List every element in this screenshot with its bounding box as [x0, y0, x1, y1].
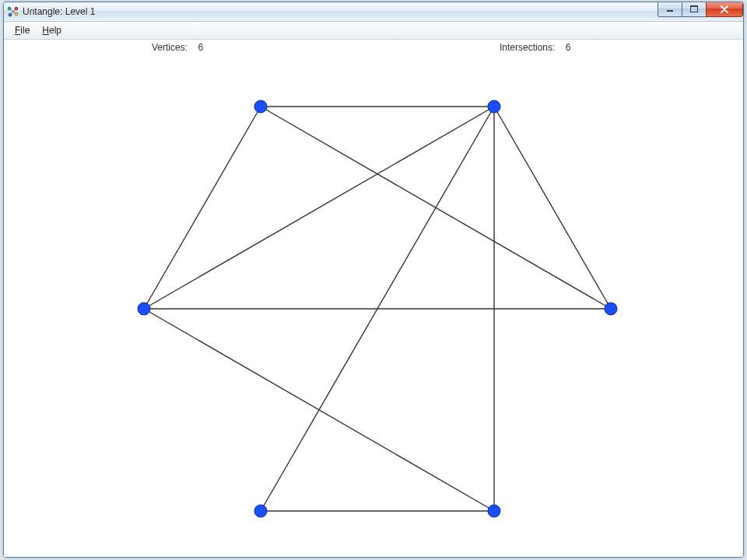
svg-rect-8 [690, 5, 698, 7]
vertex[interactable] [254, 505, 267, 517]
vertex[interactable] [488, 100, 500, 113]
menu-file-rest: ile [20, 25, 30, 36]
close-icon [720, 5, 729, 13]
titlebar[interactable]: Untangle: Level 1 [4, 2, 743, 22]
graph-canvas[interactable] [4, 40, 743, 557]
close-button[interactable] [706, 2, 743, 17]
window-title: Untangle: Level 1 [23, 6, 95, 17]
svg-rect-6 [667, 10, 673, 12]
vertex[interactable] [605, 303, 617, 315]
window-controls [658, 2, 743, 17]
minimize-icon [666, 6, 674, 12]
vertex[interactable] [254, 100, 267, 113]
edge [144, 107, 261, 309]
maximize-button[interactable] [682, 2, 707, 17]
svg-point-3 [15, 7, 18, 10]
canvas-area[interactable]: Vertices: 6 Intersections: 6 [4, 40, 743, 557]
app-icon [7, 5, 19, 18]
menu-file[interactable]: File [9, 23, 36, 37]
maximize-icon [690, 5, 698, 12]
app-window: Untangle: Level 1 File Help [3, 2, 744, 558]
svg-point-4 [9, 13, 12, 16]
edge [494, 107, 611, 309]
menu-help-rest: elp [49, 25, 61, 36]
svg-point-5 [15, 12, 18, 16]
minimize-button[interactable] [658, 2, 682, 17]
vertex[interactable] [488, 505, 500, 517]
svg-point-2 [8, 7, 11, 10]
edge [144, 309, 494, 511]
vertex[interactable] [138, 303, 150, 315]
menubar: File Help [4, 22, 743, 40]
menu-help[interactable]: Help [36, 23, 68, 37]
edge [144, 107, 494, 309]
